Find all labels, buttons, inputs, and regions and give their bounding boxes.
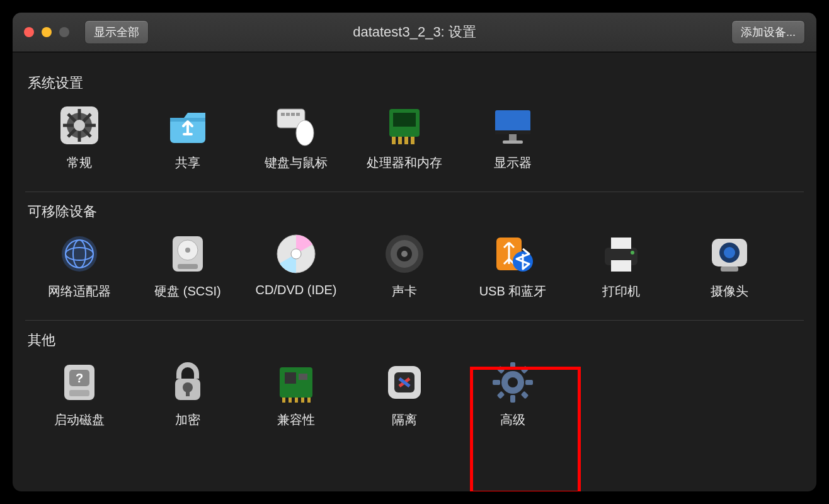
svg-rect-69 [493, 380, 500, 385]
item-label: 键盘与鼠标 [265, 154, 328, 171]
svg-rect-15 [393, 113, 416, 127]
svg-rect-70 [525, 380, 533, 385]
svg-rect-21 [495, 130, 530, 134]
network-globe-icon [57, 231, 102, 277]
item-cpu-memory[interactable]: 处理器和内存 [350, 99, 459, 175]
svg-rect-57 [285, 372, 296, 384]
svg-point-30 [185, 248, 190, 253]
section-other: 其他 ? 启动磁盘 [25, 321, 804, 449]
minimize-window-button[interactable] [42, 27, 52, 37]
svg-rect-62 [301, 398, 304, 403]
svg-point-44 [631, 251, 634, 255]
add-device-button[interactable]: 添加设备... [731, 20, 805, 44]
section-grid-system: 常规 共享 [25, 99, 804, 175]
hard-disk-icon [165, 231, 210, 277]
item-label: 高级 [500, 411, 525, 428]
svg-text:?: ? [76, 371, 83, 385]
item-label: 摄像头 [711, 283, 748, 300]
item-label: 声卡 [392, 283, 417, 300]
item-general[interactable]: 常规 [25, 99, 134, 175]
svg-rect-31 [178, 264, 198, 269]
item-printer[interactable]: 打印机 [567, 227, 675, 304]
display-icon [490, 103, 535, 148]
circuit-board-icon [273, 360, 319, 405]
item-isolation[interactable]: 隔离 [350, 356, 459, 432]
svg-rect-43 [611, 260, 631, 272]
svg-rect-71 [497, 366, 505, 374]
folder-share-icon [165, 103, 210, 148]
keyboard-mouse-icon [273, 103, 319, 148]
item-label: 常规 [67, 154, 92, 171]
item-label: CD/DVD (IDE) [256, 283, 337, 297]
isolation-icon [382, 360, 427, 405]
camera-icon [707, 231, 752, 277]
svg-rect-59 [282, 398, 285, 403]
item-compatibility[interactable]: 兼容性 [242, 356, 350, 432]
item-label: 打印机 [602, 283, 640, 300]
item-cd-dvd[interactable]: CD/DVD (IDE) [242, 227, 350, 304]
item-sharing[interactable]: 共享 [134, 99, 242, 175]
cog-icon [490, 360, 535, 405]
section-system: 系统设置 常规 [25, 64, 804, 192]
svg-point-75 [508, 377, 518, 387]
item-advanced[interactable]: 高级 [459, 356, 567, 432]
svg-rect-68 [510, 395, 515, 403]
svg-rect-52 [69, 390, 89, 396]
svg-rect-23 [503, 140, 523, 144]
window-controls [24, 27, 69, 37]
svg-rect-61 [295, 398, 298, 403]
item-hard-disk[interactable]: 硬盘 (SCSI) [134, 227, 242, 304]
usb-bluetooth-icon [490, 231, 535, 277]
svg-rect-18 [404, 137, 408, 144]
item-label: USB 和蓝牙 [479, 283, 547, 300]
svg-rect-58 [299, 374, 307, 380]
speaker-icon [382, 231, 427, 277]
section-title-removable: 可移除设备 [28, 202, 804, 221]
item-usb-bluetooth[interactable]: USB 和蓝牙 [459, 227, 567, 304]
svg-rect-60 [289, 398, 292, 403]
svg-rect-74 [521, 391, 529, 399]
toolbar: 显示全部 datatest3_2_3: 设置 添加设备... [13, 13, 816, 52]
svg-point-24 [62, 236, 97, 272]
item-label: 处理器和内存 [367, 154, 442, 171]
svg-point-13 [296, 120, 314, 146]
close-window-button[interactable] [24, 27, 34, 37]
svg-rect-16 [392, 137, 396, 144]
padlock-icon [165, 360, 210, 405]
svg-rect-63 [307, 398, 311, 403]
item-label: 硬盘 (SCSI) [154, 283, 221, 300]
svg-rect-10 [286, 113, 290, 116]
item-encryption[interactable]: 加密 [134, 356, 242, 432]
svg-rect-12 [296, 113, 300, 116]
zoom-window-button[interactable] [59, 27, 69, 37]
item-label: 加密 [175, 411, 200, 428]
item-camera[interactable]: 摄像头 [675, 227, 784, 304]
svg-rect-22 [509, 134, 517, 140]
svg-rect-11 [291, 113, 295, 116]
section-title-system: 系统设置 [28, 74, 804, 93]
svg-rect-9 [281, 113, 285, 116]
settings-body: 系统设置 常规 [13, 52, 816, 460]
svg-rect-20 [495, 110, 530, 133]
section-removable: 可移除设备 网络适配器 [25, 192, 804, 321]
item-label: 显示器 [494, 154, 532, 171]
item-startup-disk[interactable]: ? 启动磁盘 [25, 356, 134, 432]
svg-point-38 [401, 251, 408, 257]
section-grid-other: ? 启动磁盘 加密 [25, 356, 804, 432]
settings-window: 显示全部 datatest3_2_3: 设置 添加设备... 系统设置 [13, 13, 816, 491]
item-keyboard-mouse[interactable]: 键盘与鼠标 [242, 99, 350, 175]
svg-rect-42 [611, 238, 631, 249]
item-sound-card[interactable]: 声卡 [350, 227, 459, 304]
svg-rect-17 [398, 137, 402, 144]
svg-rect-19 [411, 137, 414, 144]
section-title-other: 其他 [28, 331, 804, 350]
gear-icon [57, 103, 102, 148]
svg-point-6 [74, 120, 85, 131]
startup-disk-icon: ? [57, 360, 102, 405]
svg-rect-55 [186, 387, 190, 396]
item-display[interactable]: 显示器 [459, 99, 567, 175]
item-network-adapter[interactable]: 网络适配器 [25, 227, 134, 304]
show-all-button[interactable]: 显示全部 [84, 20, 149, 44]
item-label: 隔离 [392, 411, 417, 428]
svg-point-47 [724, 247, 735, 258]
